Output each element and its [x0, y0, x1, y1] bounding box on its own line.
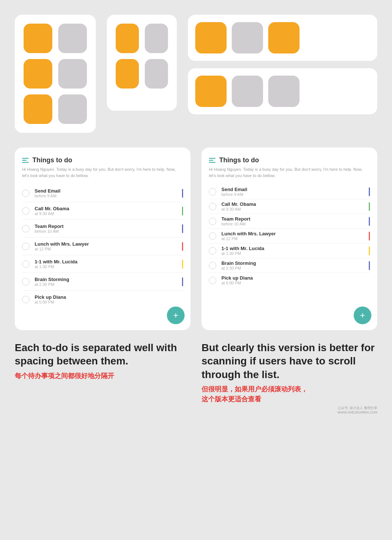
todo-checkbox[interactable] — [22, 278, 29, 285]
task-time: before 9 AM — [221, 192, 369, 197]
todo-text: Brain Storming at 2:30 PM — [35, 277, 182, 287]
list-item: Team Report before 10 AM — [209, 214, 370, 229]
todo-text: Pick up Diana at 5:00 PM — [221, 275, 370, 285]
grid-item-gray — [58, 94, 87, 124]
grid-item-gray — [232, 76, 263, 107]
priority-indicator — [369, 261, 370, 270]
todo-text: 1-1 with Mr. Lucida at 1:30 PM — [35, 259, 182, 269]
list-item: Lunch with Mrs. Lawyer at 12 PM — [209, 229, 370, 243]
watermark: 公众号: 设计达人 整理分享 WWW.SHEJIDAREN.COM — [202, 406, 377, 414]
todo-checkbox[interactable] — [209, 188, 216, 195]
task-name: Call Mr. Obama — [221, 201, 369, 207]
todo-text: Lunch with Mrs. Lawyer at 12 PM — [35, 241, 182, 251]
grid-item-gray — [268, 76, 300, 107]
task-name: Lunch with Mrs. Lawyer — [221, 231, 369, 236]
grid-row — [24, 59, 87, 89]
task-name: 1-1 with Mr. Lucida — [221, 246, 369, 251]
todo-checkbox[interactable] — [209, 247, 216, 255]
todo-subtitle: Hi Hoang Nguyen. Today is a busy day for… — [209, 166, 370, 179]
task-time: at 12 PM — [35, 247, 182, 251]
task-name: Send Email — [35, 188, 182, 194]
task-time: at 1:30 PM — [35, 264, 182, 269]
bottom-left-block: Each to-do is separated well with spacin… — [15, 341, 190, 414]
grid-wide-row — [195, 22, 370, 53]
priority-indicator — [369, 187, 370, 196]
task-time: at 1:30 PM — [221, 251, 369, 256]
list-item: Call Mr. Obama at 9:30 AM — [22, 202, 183, 220]
priority-indicator — [182, 260, 183, 269]
priority-indicator — [182, 224, 183, 233]
todo-list: Send Email before 9 AM Call Mr. Obama at… — [22, 184, 183, 308]
grid-item-gray — [232, 22, 263, 53]
todo-checkbox[interactable] — [22, 243, 29, 250]
todo-checkbox[interactable] — [209, 262, 216, 269]
top-grid-section — [15, 15, 377, 133]
task-name: Team Report — [221, 216, 369, 222]
todo-list: Send Email before 9 AM Call Mr. Obama at… — [209, 184, 370, 287]
task-time: at 5:00 PM — [221, 281, 370, 285]
task-time: before 10 AM — [35, 229, 182, 233]
todo-title: Things to do — [32, 156, 72, 164]
list-item: Lunch with Mrs. Lawyer at 12 PM — [22, 238, 183, 255]
grid-item-orange — [195, 76, 227, 107]
bottom-section: Each to-do is separated well with spacin… — [15, 341, 377, 414]
task-time: at 2:30 PM — [221, 266, 369, 270]
todo-header: Things to do — [22, 156, 183, 164]
todo-checkbox[interactable] — [22, 260, 29, 268]
svg-rect-5 — [209, 162, 216, 163]
list-item: Pick up Diana at 5:00 PM — [22, 291, 183, 308]
grid-item-orange — [116, 24, 139, 53]
task-time: at 2:30 PM — [35, 282, 182, 287]
task-name: Pick up Diana — [221, 275, 370, 281]
svg-rect-0 — [22, 158, 29, 159]
todo-text: Call Mr. Obama at 9:30 AM — [35, 206, 182, 216]
list-item: 1-1 with Mr. Lucida at 1:30 PM — [22, 255, 183, 273]
task-time: at 9:30 AM — [221, 207, 369, 211]
todo-text: Send Email before 9 AM — [35, 188, 182, 198]
grid-row — [24, 94, 87, 124]
list-item: Team Report before 10 AM — [22, 220, 183, 238]
todo-header: Things to do — [209, 156, 370, 164]
priority-indicator — [182, 207, 183, 215]
todo-checkbox[interactable] — [22, 225, 29, 232]
svg-rect-3 — [209, 158, 216, 159]
task-name: Team Report — [35, 224, 182, 229]
grid-wide-row — [195, 76, 370, 107]
grid-item-gray — [58, 59, 87, 89]
todo-title: Things to do — [219, 156, 259, 164]
add-task-button[interactable]: + — [354, 307, 371, 324]
todo-text: 1-1 with Mr. Lucida at 1:30 PM — [221, 246, 369, 256]
todo-checkbox[interactable] — [209, 277, 216, 284]
description-cn-right: 但很明显，如果用户必须滚动列表，这个版本更适合查看 — [202, 384, 377, 404]
task-time: at 5:00 PM — [35, 300, 183, 304]
todo-checkbox[interactable] — [22, 190, 29, 197]
todo-checkbox[interactable] — [209, 232, 216, 240]
task-name: Brain Storming — [35, 277, 182, 282]
todo-checkbox[interactable] — [22, 296, 29, 303]
todo-checkbox[interactable] — [209, 203, 216, 210]
add-task-button[interactable]: + — [167, 307, 185, 324]
grid-item-orange — [24, 59, 52, 89]
todo-text: Call Mr. Obama at 9:30 AM — [221, 201, 369, 211]
bottom-right-block: But clearly this version is better for s… — [202, 341, 377, 414]
task-name: Pick up Diana — [35, 294, 183, 300]
todo-checkbox[interactable] — [22, 207, 29, 215]
description-en-left: Each to-do is separated well with spacin… — [15, 341, 190, 368]
list-item: Send Email before 9 AM — [22, 184, 183, 202]
priority-indicator — [369, 246, 370, 255]
list-item: Send Email before 9 AM — [209, 184, 370, 199]
todo-text: Team Report before 10 AM — [35, 224, 182, 233]
list-item: Brain Storming at 2:30 PM — [22, 273, 183, 291]
priority-indicator — [182, 242, 183, 251]
grid-item-orange — [24, 94, 52, 124]
todo-card-left: Things to do Hi Hoang Nguyen. Today is a… — [15, 148, 190, 330]
todo-checkbox[interactable] — [209, 218, 216, 225]
menu-icon — [22, 158, 29, 163]
grid-item-gray — [145, 59, 168, 89]
grid-item-gray — [145, 24, 168, 53]
list-item: Brain Storming at 2:30 PM — [209, 258, 370, 273]
priority-indicator — [182, 189, 183, 198]
task-time: before 9 AM — [35, 194, 182, 198]
todo-text: Brain Storming at 2:30 PM — [221, 260, 369, 270]
grid-item-orange — [24, 24, 52, 53]
